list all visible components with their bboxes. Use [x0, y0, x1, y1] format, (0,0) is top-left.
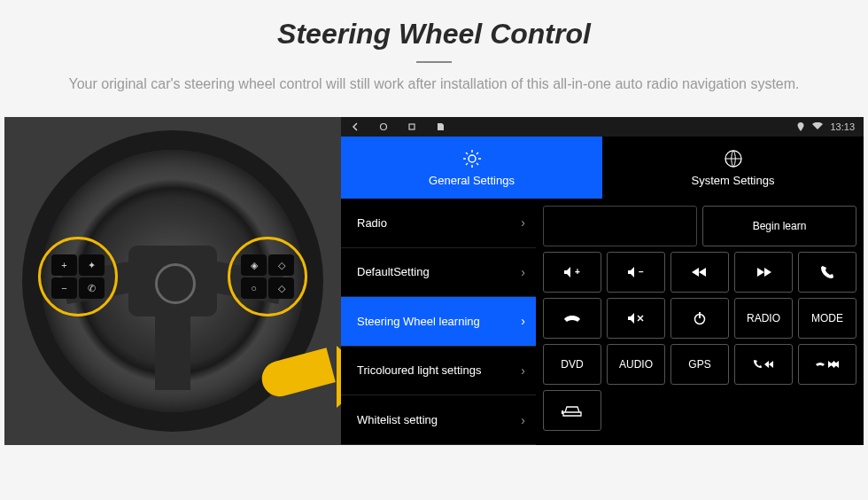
svg-line-7 — [466, 152, 468, 154]
svg-line-8 — [477, 163, 478, 165]
gps-icon — [796, 122, 805, 131]
sidebar-whitelist-label: Whitelist setting — [357, 413, 438, 426]
display-field — [543, 206, 697, 246]
back-icon[interactable] — [350, 121, 360, 132]
page-title: Steering Wheel Control — [35, 18, 833, 51]
hangup-next-button[interactable] — [798, 344, 856, 385]
clock-text: 13:13 — [830, 121, 855, 132]
mute-button[interactable] — [607, 298, 665, 339]
wheel-btn-r3: ○ — [241, 277, 267, 299]
tab-system-settings[interactable]: System Settings — [602, 137, 864, 199]
chevron-right-icon: › — [521, 314, 525, 328]
chevron-right-icon: › — [521, 265, 525, 279]
wheel-buttons-left: + ✦ − ✆ — [51, 254, 105, 299]
chevron-right-icon: › — [521, 413, 525, 427]
globe-icon — [724, 149, 743, 168]
gps-button[interactable]: GPS — [670, 344, 729, 385]
car-button[interactable] — [543, 390, 601, 431]
next-track-button[interactable] — [734, 252, 793, 293]
tab-system-label: System Settings — [692, 174, 775, 187]
tab-general-settings[interactable]: General Settings — [341, 137, 602, 199]
wheel-phone-button: ✆ — [79, 277, 105, 299]
svg-rect-16 — [562, 410, 563, 414]
sidebar-item-steering-wheel-learning[interactable]: Steering Wheel learning › — [341, 297, 536, 347]
wheel-btn-r2: ◇ — [268, 254, 294, 276]
hangup-button[interactable] — [543, 298, 601, 339]
wheel-minus-button: − — [51, 277, 77, 299]
svg-point-2 — [469, 155, 476, 162]
svg-line-9 — [466, 163, 468, 165]
home-icon[interactable] — [378, 121, 389, 132]
svg-line-10 — [477, 152, 478, 154]
svg-rect-1 — [409, 124, 415, 129]
wheel-btn-r1: ◈ — [241, 254, 267, 276]
head-unit-screen: 13:13 General Settings System Settings R… — [341, 117, 864, 445]
wheel-mic-button: ✦ — [79, 254, 105, 276]
pointer-arrow — [261, 339, 341, 410]
sidebar-default-label: DefaultSetting — [357, 265, 430, 278]
wifi-icon — [812, 122, 823, 131]
sidebar-item-tricolor[interactable]: Tricoloured light settings › — [341, 347, 536, 396]
tab-general-label: General Settings — [429, 174, 515, 187]
call-button[interactable] — [798, 252, 856, 293]
volume-up-button[interactable]: + — [543, 252, 601, 293]
wheel-buttons-right: ◈ ◇ ○ ◇ — [241, 254, 294, 299]
gear-icon — [462, 149, 482, 168]
power-button[interactable] — [670, 298, 729, 339]
page-subtitle: Your original car's steering wheel contr… — [58, 74, 810, 95]
recent-icon[interactable] — [407, 121, 417, 132]
svg-text:−: − — [639, 267, 644, 277]
svg-text:+: + — [575, 267, 580, 277]
title-divider — [416, 61, 452, 63]
call-prev-button[interactable] — [734, 344, 793, 385]
dvd-button[interactable]: DVD — [543, 344, 601, 385]
begin-learn-button[interactable]: Begin learn — [702, 206, 856, 246]
audio-button[interactable]: AUDIO — [607, 344, 665, 385]
sd-icon — [435, 121, 446, 132]
sidebar-item-whitelist[interactable]: Whitelist setting › — [341, 395, 536, 445]
sidebar-swl-label: Steering Wheel learning — [357, 315, 480, 328]
sidebar-tricolor-label: Tricoloured light settings — [357, 363, 481, 378]
mode-button[interactable]: MODE — [798, 298, 856, 339]
button-grid: Begin learn + − RADIO MODE DVD — [536, 199, 864, 445]
volume-down-button[interactable]: − — [607, 252, 665, 293]
sidebar-item-radio[interactable]: Radio › — [341, 199, 536, 248]
prev-track-button[interactable] — [670, 252, 729, 293]
wheel-btn-r4: ◇ — [268, 277, 294, 299]
chevron-right-icon: › — [521, 215, 525, 230]
chevron-right-icon: › — [521, 363, 525, 378]
sidebar-item-default[interactable]: DefaultSetting › — [341, 248, 536, 298]
radio-button[interactable]: RADIO — [734, 298, 793, 339]
svg-point-0 — [381, 124, 387, 130]
status-bar: 13:13 — [341, 117, 864, 137]
steering-wheel-image: + ✦ − ✆ ◈ ◇ ○ ◇ — [4, 117, 341, 445]
settings-sidebar: Radio › DefaultSetting › Steering Wheel … — [341, 199, 536, 445]
wheel-plus-button: + — [51, 254, 77, 276]
sidebar-radio-label: Radio — [357, 216, 387, 230]
